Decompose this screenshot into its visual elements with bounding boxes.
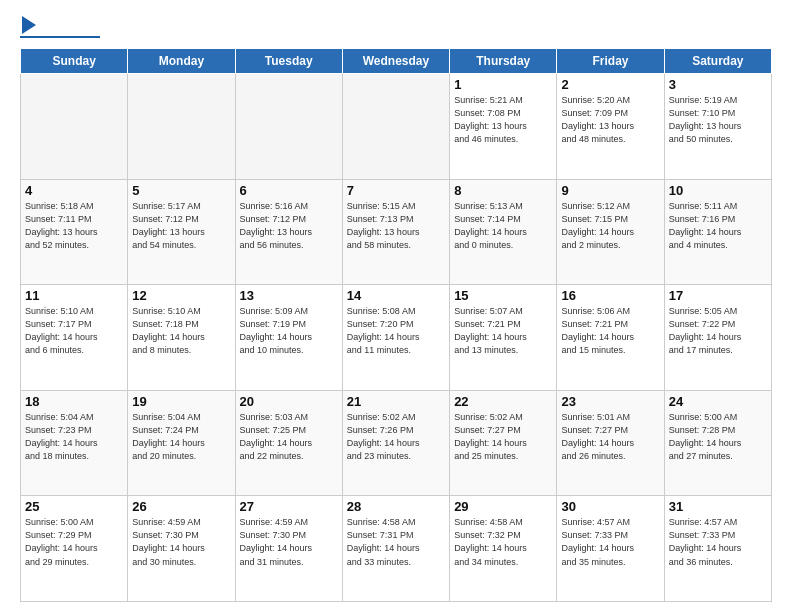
day-number: 16 bbox=[561, 288, 659, 303]
day-info: Sunrise: 5:15 AMSunset: 7:13 PMDaylight:… bbox=[347, 200, 445, 252]
week-row-3: 11Sunrise: 5:10 AMSunset: 7:17 PMDayligh… bbox=[21, 285, 772, 391]
day-info: Sunrise: 5:08 AMSunset: 7:20 PMDaylight:… bbox=[347, 305, 445, 357]
calendar-cell: 11Sunrise: 5:10 AMSunset: 7:17 PMDayligh… bbox=[21, 285, 128, 391]
header-cell-thursday: Thursday bbox=[450, 49, 557, 74]
day-number: 12 bbox=[132, 288, 230, 303]
day-number: 4 bbox=[25, 183, 123, 198]
day-number: 25 bbox=[25, 499, 123, 514]
logo-underline bbox=[20, 36, 100, 38]
page: SundayMondayTuesdayWednesdayThursdayFrid… bbox=[0, 0, 792, 612]
calendar-cell: 14Sunrise: 5:08 AMSunset: 7:20 PMDayligh… bbox=[342, 285, 449, 391]
calendar-cell: 6Sunrise: 5:16 AMSunset: 7:12 PMDaylight… bbox=[235, 179, 342, 285]
header-cell-saturday: Saturday bbox=[664, 49, 771, 74]
calendar-cell: 7Sunrise: 5:15 AMSunset: 7:13 PMDaylight… bbox=[342, 179, 449, 285]
week-row-2: 4Sunrise: 5:18 AMSunset: 7:11 PMDaylight… bbox=[21, 179, 772, 285]
calendar-cell: 8Sunrise: 5:13 AMSunset: 7:14 PMDaylight… bbox=[450, 179, 557, 285]
calendar-cell: 3Sunrise: 5:19 AMSunset: 7:10 PMDaylight… bbox=[664, 74, 771, 180]
day-number: 14 bbox=[347, 288, 445, 303]
header bbox=[20, 18, 772, 38]
day-info: Sunrise: 5:02 AMSunset: 7:26 PMDaylight:… bbox=[347, 411, 445, 463]
day-number: 26 bbox=[132, 499, 230, 514]
day-info: Sunrise: 5:21 AMSunset: 7:08 PMDaylight:… bbox=[454, 94, 552, 146]
day-number: 13 bbox=[240, 288, 338, 303]
calendar-cell: 28Sunrise: 4:58 AMSunset: 7:31 PMDayligh… bbox=[342, 496, 449, 602]
day-info: Sunrise: 5:17 AMSunset: 7:12 PMDaylight:… bbox=[132, 200, 230, 252]
calendar-cell: 20Sunrise: 5:03 AMSunset: 7:25 PMDayligh… bbox=[235, 390, 342, 496]
calendar-cell: 13Sunrise: 5:09 AMSunset: 7:19 PMDayligh… bbox=[235, 285, 342, 391]
day-number: 10 bbox=[669, 183, 767, 198]
calendar-cell: 12Sunrise: 5:10 AMSunset: 7:18 PMDayligh… bbox=[128, 285, 235, 391]
day-number: 1 bbox=[454, 77, 552, 92]
logo-arrow-icon bbox=[22, 16, 36, 34]
day-number: 21 bbox=[347, 394, 445, 409]
day-info: Sunrise: 5:02 AMSunset: 7:27 PMDaylight:… bbox=[454, 411, 552, 463]
week-row-5: 25Sunrise: 5:00 AMSunset: 7:29 PMDayligh… bbox=[21, 496, 772, 602]
calendar-cell: 22Sunrise: 5:02 AMSunset: 7:27 PMDayligh… bbox=[450, 390, 557, 496]
day-number: 24 bbox=[669, 394, 767, 409]
day-info: Sunrise: 5:05 AMSunset: 7:22 PMDaylight:… bbox=[669, 305, 767, 357]
calendar-cell: 9Sunrise: 5:12 AMSunset: 7:15 PMDaylight… bbox=[557, 179, 664, 285]
day-number: 3 bbox=[669, 77, 767, 92]
calendar-cell: 15Sunrise: 5:07 AMSunset: 7:21 PMDayligh… bbox=[450, 285, 557, 391]
day-number: 15 bbox=[454, 288, 552, 303]
calendar-cell: 27Sunrise: 4:59 AMSunset: 7:30 PMDayligh… bbox=[235, 496, 342, 602]
calendar-cell: 25Sunrise: 5:00 AMSunset: 7:29 PMDayligh… bbox=[21, 496, 128, 602]
calendar-cell: 23Sunrise: 5:01 AMSunset: 7:27 PMDayligh… bbox=[557, 390, 664, 496]
calendar-cell: 31Sunrise: 4:57 AMSunset: 7:33 PMDayligh… bbox=[664, 496, 771, 602]
calendar-table: SundayMondayTuesdayWednesdayThursdayFrid… bbox=[20, 48, 772, 602]
day-info: Sunrise: 4:58 AMSunset: 7:32 PMDaylight:… bbox=[454, 516, 552, 568]
day-info: Sunrise: 5:09 AMSunset: 7:19 PMDaylight:… bbox=[240, 305, 338, 357]
day-info: Sunrise: 5:20 AMSunset: 7:09 PMDaylight:… bbox=[561, 94, 659, 146]
day-info: Sunrise: 5:00 AMSunset: 7:29 PMDaylight:… bbox=[25, 516, 123, 568]
header-cell-friday: Friday bbox=[557, 49, 664, 74]
day-number: 20 bbox=[240, 394, 338, 409]
calendar-cell: 30Sunrise: 4:57 AMSunset: 7:33 PMDayligh… bbox=[557, 496, 664, 602]
day-info: Sunrise: 5:06 AMSunset: 7:21 PMDaylight:… bbox=[561, 305, 659, 357]
day-number: 19 bbox=[132, 394, 230, 409]
day-info: Sunrise: 5:07 AMSunset: 7:21 PMDaylight:… bbox=[454, 305, 552, 357]
day-number: 7 bbox=[347, 183, 445, 198]
day-number: 22 bbox=[454, 394, 552, 409]
calendar-cell: 17Sunrise: 5:05 AMSunset: 7:22 PMDayligh… bbox=[664, 285, 771, 391]
calendar-cell: 2Sunrise: 5:20 AMSunset: 7:09 PMDaylight… bbox=[557, 74, 664, 180]
day-number: 27 bbox=[240, 499, 338, 514]
calendar-cell: 21Sunrise: 5:02 AMSunset: 7:26 PMDayligh… bbox=[342, 390, 449, 496]
day-info: Sunrise: 4:59 AMSunset: 7:30 PMDaylight:… bbox=[132, 516, 230, 568]
calendar-cell: 10Sunrise: 5:11 AMSunset: 7:16 PMDayligh… bbox=[664, 179, 771, 285]
calendar-cell bbox=[21, 74, 128, 180]
week-row-4: 18Sunrise: 5:04 AMSunset: 7:23 PMDayligh… bbox=[21, 390, 772, 496]
calendar-cell: 18Sunrise: 5:04 AMSunset: 7:23 PMDayligh… bbox=[21, 390, 128, 496]
day-info: Sunrise: 5:11 AMSunset: 7:16 PMDaylight:… bbox=[669, 200, 767, 252]
header-cell-tuesday: Tuesday bbox=[235, 49, 342, 74]
day-info: Sunrise: 5:03 AMSunset: 7:25 PMDaylight:… bbox=[240, 411, 338, 463]
calendar-cell: 5Sunrise: 5:17 AMSunset: 7:12 PMDaylight… bbox=[128, 179, 235, 285]
day-info: Sunrise: 5:00 AMSunset: 7:28 PMDaylight:… bbox=[669, 411, 767, 463]
day-number: 8 bbox=[454, 183, 552, 198]
day-number: 6 bbox=[240, 183, 338, 198]
header-row: SundayMondayTuesdayWednesdayThursdayFrid… bbox=[21, 49, 772, 74]
day-info: Sunrise: 5:19 AMSunset: 7:10 PMDaylight:… bbox=[669, 94, 767, 146]
day-number: 23 bbox=[561, 394, 659, 409]
day-info: Sunrise: 5:16 AMSunset: 7:12 PMDaylight:… bbox=[240, 200, 338, 252]
header-cell-sunday: Sunday bbox=[21, 49, 128, 74]
day-info: Sunrise: 4:57 AMSunset: 7:33 PMDaylight:… bbox=[669, 516, 767, 568]
calendar-cell: 24Sunrise: 5:00 AMSunset: 7:28 PMDayligh… bbox=[664, 390, 771, 496]
day-number: 17 bbox=[669, 288, 767, 303]
day-number: 11 bbox=[25, 288, 123, 303]
day-info: Sunrise: 5:04 AMSunset: 7:23 PMDaylight:… bbox=[25, 411, 123, 463]
day-number: 31 bbox=[669, 499, 767, 514]
day-number: 18 bbox=[25, 394, 123, 409]
day-number: 29 bbox=[454, 499, 552, 514]
day-number: 30 bbox=[561, 499, 659, 514]
header-cell-monday: Monday bbox=[128, 49, 235, 74]
week-row-1: 1Sunrise: 5:21 AMSunset: 7:08 PMDaylight… bbox=[21, 74, 772, 180]
day-info: Sunrise: 5:01 AMSunset: 7:27 PMDaylight:… bbox=[561, 411, 659, 463]
calendar-cell: 26Sunrise: 4:59 AMSunset: 7:30 PMDayligh… bbox=[128, 496, 235, 602]
calendar-cell bbox=[128, 74, 235, 180]
day-info: Sunrise: 5:04 AMSunset: 7:24 PMDaylight:… bbox=[132, 411, 230, 463]
calendar-cell: 29Sunrise: 4:58 AMSunset: 7:32 PMDayligh… bbox=[450, 496, 557, 602]
day-number: 5 bbox=[132, 183, 230, 198]
calendar-cell bbox=[342, 74, 449, 180]
calendar-cell: 4Sunrise: 5:18 AMSunset: 7:11 PMDaylight… bbox=[21, 179, 128, 285]
calendar-cell: 16Sunrise: 5:06 AMSunset: 7:21 PMDayligh… bbox=[557, 285, 664, 391]
